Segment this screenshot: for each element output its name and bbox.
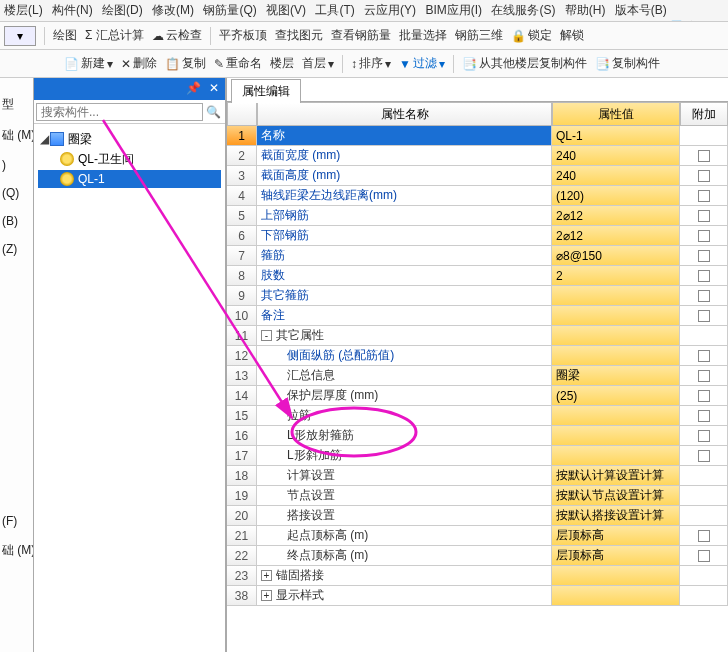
copy-button[interactable]: 📋 复制: [165, 55, 206, 72]
grid-row[interactable]: 7箍筋⌀8@150: [227, 246, 728, 266]
property-value-cell[interactable]: 240: [552, 146, 680, 166]
property-name-cell[interactable]: 截面宽度 (mm): [257, 146, 552, 166]
property-value-cell[interactable]: 2⌀12: [552, 226, 680, 246]
menu-item[interactable]: 在线服务(S): [491, 3, 555, 17]
grid-row[interactable]: 20搭接设置按默认搭接设置计算: [227, 506, 728, 526]
grid-row[interactable]: 13汇总信息圈梁: [227, 366, 728, 386]
tab-property-edit[interactable]: 属性编辑: [231, 79, 301, 103]
grid-row[interactable]: 17L形斜加筋: [227, 446, 728, 466]
dropdown-button[interactable]: ▾: [4, 26, 36, 46]
grid-row[interactable]: 8肢数2: [227, 266, 728, 286]
grid-row[interactable]: 14保护层厚度 (mm)(25): [227, 386, 728, 406]
property-name-cell[interactable]: 侧面纵筋 (总配筋值): [257, 346, 552, 366]
checkbox[interactable]: [698, 150, 710, 162]
checkbox[interactable]: [698, 230, 710, 242]
property-name-cell[interactable]: 节点设置: [257, 486, 552, 506]
calc-button[interactable]: Σ 汇总计算: [85, 27, 144, 44]
grid-row[interactable]: 16L形放射箍筋: [227, 426, 728, 446]
find-element-button[interactable]: 查找图元: [275, 27, 323, 44]
menu-item[interactable]: 绘图(D): [102, 3, 143, 17]
checkbox[interactable]: [698, 210, 710, 222]
property-value-cell[interactable]: [552, 426, 680, 446]
checkbox[interactable]: [698, 310, 710, 322]
property-value-cell[interactable]: 层顶标高: [552, 526, 680, 546]
checkbox[interactable]: [698, 250, 710, 262]
property-name-cell[interactable]: 箍筋: [257, 246, 552, 266]
property-value-cell[interactable]: QL-1: [552, 126, 680, 146]
property-value-cell[interactable]: [552, 586, 680, 606]
grid-row[interactable]: 10备注: [227, 306, 728, 326]
checkbox[interactable]: [698, 390, 710, 402]
tree-item[interactable]: QL-卫生间: [38, 150, 221, 168]
menu-item[interactable]: 云应用(Y): [364, 3, 416, 17]
checkbox[interactable]: [698, 450, 710, 462]
grid-row[interactable]: 22终点顶标高 (m)层顶标高: [227, 546, 728, 566]
property-name-cell[interactable]: 拉筋: [257, 406, 552, 426]
checkbox[interactable]: [698, 270, 710, 282]
checkbox[interactable]: [698, 550, 710, 562]
batch-select-button[interactable]: 批量选择: [399, 27, 447, 44]
draw-button[interactable]: 绘图: [53, 27, 77, 44]
grid-row[interactable]: 19节点设置按默认节点设置计算: [227, 486, 728, 506]
property-name-cell[interactable]: 终点顶标高 (m): [257, 546, 552, 566]
grid-row[interactable]: 6下部钢筋2⌀12: [227, 226, 728, 246]
property-value-cell[interactable]: 圈梁: [552, 366, 680, 386]
menu-item[interactable]: 帮助(H): [565, 3, 606, 17]
grid-row[interactable]: 5上部钢筋2⌀12: [227, 206, 728, 226]
property-name-cell[interactable]: 其它箍筋: [257, 286, 552, 306]
property-value-cell[interactable]: [552, 326, 680, 346]
copy-from-floor-button[interactable]: 📑 从其他楼层复制构件: [462, 55, 587, 72]
property-name-cell[interactable]: 保护层厚度 (mm): [257, 386, 552, 406]
expand-icon[interactable]: +: [261, 590, 272, 601]
menu-item[interactable]: 修改(M): [152, 3, 194, 17]
grid-row[interactable]: 18计算设置按默认计算设置计算: [227, 466, 728, 486]
property-value-cell[interactable]: 按默认节点设置计算: [552, 486, 680, 506]
grid-row[interactable]: 15拉筋: [227, 406, 728, 426]
checkbox[interactable]: [698, 190, 710, 202]
property-value-cell[interactable]: 2⌀12: [552, 206, 680, 226]
checkbox[interactable]: [698, 350, 710, 362]
property-value-cell[interactable]: (120): [552, 186, 680, 206]
grid-row[interactable]: 4轴线距梁左边线距离(mm)(120): [227, 186, 728, 206]
property-name-cell[interactable]: 备注: [257, 306, 552, 326]
menu-item[interactable]: 视图(V): [266, 3, 306, 17]
close-icon[interactable]: ✕: [209, 81, 219, 95]
checkbox[interactable]: [698, 290, 710, 302]
property-name-cell[interactable]: 计算设置: [257, 466, 552, 486]
expand-icon[interactable]: +: [261, 570, 272, 581]
grid-row[interactable]: 12侧面纵筋 (总配筋值): [227, 346, 728, 366]
property-value-cell[interactable]: 按默认计算设置计算: [552, 466, 680, 486]
checkbox[interactable]: [698, 410, 710, 422]
checkbox[interactable]: [698, 370, 710, 382]
menu-item[interactable]: BIM应用(I): [425, 3, 482, 17]
property-value-cell[interactable]: [552, 406, 680, 426]
property-name-cell[interactable]: 轴线距梁左边线距离(mm): [257, 186, 552, 206]
rename-button[interactable]: ✎ 重命名: [214, 55, 262, 72]
property-name-cell[interactable]: L形放射箍筋: [257, 426, 552, 446]
rebar-3d-button[interactable]: 钢筋三维: [455, 27, 503, 44]
align-top-button[interactable]: 平齐板顶: [219, 27, 267, 44]
lock-button[interactable]: 🔒 锁定: [511, 27, 552, 44]
property-name-cell[interactable]: 截面高度 (mm): [257, 166, 552, 186]
property-name-cell[interactable]: 名称: [257, 126, 552, 146]
property-name-cell[interactable]: +锚固搭接: [257, 566, 552, 586]
checkbox[interactable]: [698, 530, 710, 542]
view-rebar-button[interactable]: 查看钢筋量: [331, 27, 391, 44]
property-name-cell[interactable]: L形斜加筋: [257, 446, 552, 466]
property-name-cell[interactable]: +显示样式: [257, 586, 552, 606]
checkbox[interactable]: [698, 170, 710, 182]
grid-row[interactable]: 3截面高度 (mm)240: [227, 166, 728, 186]
menu-item[interactable]: 构件(N): [52, 3, 93, 17]
tree-root[interactable]: ◢ 圈梁: [38, 130, 221, 148]
menu-item[interactable]: 版本号(B): [615, 3, 667, 17]
property-value-cell[interactable]: [552, 446, 680, 466]
collapse-icon[interactable]: ◢: [38, 132, 50, 146]
grid-row[interactable]: 23+锚固搭接: [227, 566, 728, 586]
property-value-cell[interactable]: [552, 566, 680, 586]
grid-row[interactable]: 2截面宽度 (mm)240: [227, 146, 728, 166]
property-name-cell[interactable]: 汇总信息: [257, 366, 552, 386]
menu-item[interactable]: 钢筋量(Q): [203, 3, 256, 17]
property-name-cell[interactable]: -其它属性: [257, 326, 552, 346]
floor-select[interactable]: 首层 ▾: [302, 55, 334, 72]
search-icon[interactable]: 🔍: [203, 105, 223, 119]
